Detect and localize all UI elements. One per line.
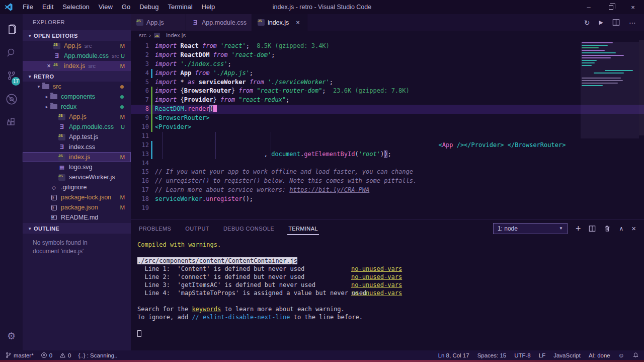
tree-item-src[interactable]: ▾src: [23, 82, 131, 92]
open-editor-item[interactable]: JSApp.jssrcM: [23, 41, 131, 51]
status-0[interactable]: 0: [59, 352, 71, 358]
search-icon[interactable]: [0, 41, 23, 64]
status-ln-8-col-17[interactable]: Ln 8, Col 17: [438, 352, 469, 358]
tree-item-index-css[interactable]: Ǝindex.css: [23, 142, 131, 152]
status--scanning-[interactable]: {..} : Scanning..: [78, 352, 117, 358]
menu-go[interactable]: Go: [117, 0, 135, 14]
panel-tab-output[interactable]: OUTPUT: [184, 223, 210, 235]
minimap[interactable]: [582, 42, 638, 142]
chevron-down-icon: ▾: [29, 226, 31, 231]
new-terminal-icon[interactable]: +: [576, 224, 581, 233]
explorer-icon[interactable]: [0, 18, 23, 41]
extensions-icon[interactable]: [0, 111, 23, 134]
open-editor-item[interactable]: ƎApp.module.csssrcU: [23, 51, 131, 61]
file-name: App.js: [69, 113, 87, 120]
code-editor[interactable]: 1import React from 'react'; 8.5K (gzippe…: [131, 40, 644, 220]
editor-scrollbar[interactable]: [639, 40, 644, 135]
breadcrumb[interactable]: src › JS index.js: [131, 31, 644, 40]
settings-gear-icon[interactable]: ⚙: [0, 324, 23, 347]
status-ai-done[interactable]: AI: done: [589, 352, 610, 358]
line-number: 6: [131, 87, 149, 96]
gutter-spacer: [149, 168, 155, 177]
tab-app-js[interactable]: JSApp.js: [131, 14, 186, 31]
status-javascript[interactable]: JavaScript: [553, 352, 581, 358]
tree-item-app-js[interactable]: JSApp.jsM: [23, 112, 131, 122]
line-number: 18: [131, 195, 149, 204]
close-tab-icon[interactable]: ×: [296, 19, 300, 26]
status-master-[interactable]: master*: [5, 352, 34, 358]
tree-item-package-json[interactable]: {}package.jsonM: [23, 202, 131, 212]
keywords-link[interactable]: keywords: [192, 306, 221, 313]
panel-tab-debug-console[interactable]: DEBUG CONSOLE: [222, 223, 275, 235]
menu-file[interactable]: File: [18, 0, 38, 14]
source-control-icon[interactable]: 17: [0, 64, 23, 88]
code-line-15: 15// If you want your app to work offlin…: [131, 168, 644, 177]
kill-terminal-trash-icon[interactable]: [604, 225, 611, 232]
debug-icon[interactable]: [0, 88, 23, 111]
menu-selection[interactable]: Selection: [58, 0, 94, 14]
git-status-badge: U: [121, 124, 125, 130]
close-button[interactable]: ×: [622, 0, 644, 14]
terminal-output[interactable]: Compiled with warnings../src/components/…: [131, 237, 644, 350]
tab-app-module-css[interactable]: ƎApp.module.css: [186, 14, 252, 31]
gutter-spacer: [149, 159, 155, 168]
gutter-spacer: [149, 78, 155, 87]
json-file-icon: {}: [50, 204, 58, 211]
menu-terminal[interactable]: Terminal: [163, 0, 197, 14]
status-lf[interactable]: LF: [539, 352, 545, 358]
eslint-rule-link[interactable]: no-unused-vars: [351, 265, 402, 273]
editor-actions: ↻ ▶ ⋯: [584, 14, 644, 31]
folder-retro-header[interactable]: ▾ RETRO: [23, 71, 131, 82]
eslint-rule-link[interactable]: no-unused-vars: [351, 289, 402, 297]
text-cursor: [213, 105, 217, 112]
open-editors-header[interactable]: ▾ OPEN EDITORS: [23, 30, 131, 41]
status-bell[interactable]: [632, 352, 639, 358]
maximize-panel-icon[interactable]: ∧: [619, 226, 623, 232]
sync-changes-icon[interactable]: ↻: [584, 19, 590, 27]
status-spaces-15[interactable]: Spaces: 15: [477, 352, 507, 358]
twistie-icon[interactable]: ▸: [44, 104, 50, 109]
close-panel-icon[interactable]: ×: [631, 225, 636, 232]
git-status-badge: M: [120, 194, 125, 200]
menu-debug[interactable]: Debug: [135, 0, 163, 14]
menu-help[interactable]: Help: [197, 0, 220, 14]
eslint-rule-link[interactable]: no-unused-vars: [351, 281, 402, 289]
close-editor-icon[interactable]: ×: [45, 62, 53, 69]
status-0[interactable]: 0: [41, 352, 52, 358]
tab-index-js[interactable]: JSindex.js×: [252, 14, 307, 31]
status-smiley[interactable]: ☺: [618, 352, 624, 359]
more-actions-icon[interactable]: ⋯: [629, 19, 636, 27]
tree-item-readme-md[interactable]: MREADME.md: [23, 212, 131, 223]
twistie-icon[interactable]: ▾: [36, 84, 42, 89]
js-file-icon: JS: [154, 32, 160, 38]
tree-item-components[interactable]: ▸components: [23, 92, 131, 102]
run-play-icon[interactable]: ▶: [599, 19, 603, 26]
tree-item--gitignore[interactable]: ◇.gitignore: [23, 182, 131, 192]
restore-button[interactable]: [600, 0, 622, 14]
eslint-rule-link[interactable]: no-unused-vars: [351, 273, 402, 281]
tree-item-package-lock-json[interactable]: {}package-lock.jsonM: [23, 192, 131, 202]
menu-view[interactable]: View: [94, 0, 117, 14]
minimize-button[interactable]: –: [578, 0, 600, 14]
tree-item-app-module-css[interactable]: ƎApp.module.cssU: [23, 122, 131, 132]
git-status-badge: M: [120, 204, 125, 210]
split-editor-icon[interactable]: [612, 19, 620, 26]
twistie-icon[interactable]: ▸: [44, 94, 50, 99]
panel-tab-problems[interactable]: PROBLEMS: [138, 223, 172, 235]
terminal-select[interactable]: 1: node ▼: [493, 223, 568, 234]
open-editor-item[interactable]: ×JSindex.jssrcM: [23, 61, 131, 71]
split-terminal-icon[interactable]: [589, 225, 596, 232]
file-tree: ▾src▸components▸reduxJSApp.jsMƎApp.modul…: [23, 82, 131, 223]
tree-item-index-js[interactable]: JSindex.jsM: [23, 152, 131, 162]
tree-item-serviceworker-js[interactable]: JSserviceWorker.js: [23, 172, 131, 182]
panel-tab-terminal[interactable]: TERMINAL: [287, 223, 319, 235]
tree-item-logo-svg[interactable]: ▦logo.svg: [23, 162, 131, 172]
outline-header[interactable]: ▾ OUTLINE: [23, 223, 131, 234]
tree-item-app-test-js[interactable]: JSApp.test.js: [23, 132, 131, 142]
menu-edit[interactable]: Edit: [38, 0, 58, 14]
js-file-icon: JS: [53, 62, 61, 70]
file-name: serviceWorker.js: [69, 174, 115, 181]
tree-item-redux[interactable]: ▸redux: [23, 102, 131, 112]
gutter-add-indicator: [149, 96, 155, 105]
status-utf-8[interactable]: UTF-8: [514, 352, 531, 358]
